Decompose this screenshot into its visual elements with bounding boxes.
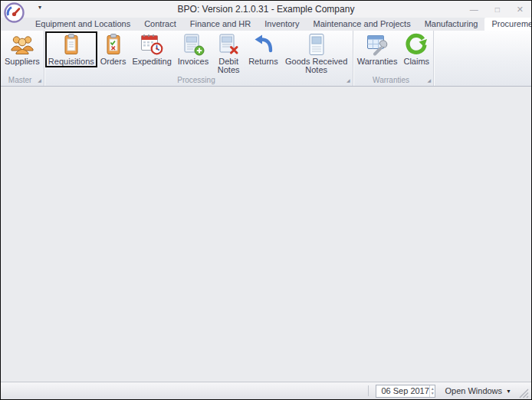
claims-button[interactable]: Claims xyxy=(400,31,432,67)
date-field[interactable]: 06 Sep 2017 ▲ ▼ xyxy=(376,385,435,398)
ribbon-button-label: Expediting xyxy=(132,57,171,66)
tab-manufacturing[interactable]: Manufacturing xyxy=(418,18,485,31)
orders-icon xyxy=(101,33,126,56)
ribbon-button-label: Returns xyxy=(248,57,278,66)
tab-finance-and-hr[interactable]: Finance and HR xyxy=(183,18,258,31)
date-value[interactable]: 06 Sep 2017 xyxy=(376,386,429,395)
open-windows-label: Open Windows xyxy=(445,386,502,395)
ribbon-button-label: Claims xyxy=(403,57,429,66)
ribbon-group-warranties: Warranties Claims Warranties ◢ xyxy=(353,31,434,86)
dialog-launcher-icon[interactable]: ◢ xyxy=(346,77,350,83)
expediting-button[interactable]: Expediting xyxy=(129,31,174,67)
title-bar: ▾ BPO: Version 2.1.0.31 - Example Compan… xyxy=(1,1,531,18)
requisitions-button[interactable]: Requisitions xyxy=(45,31,97,67)
tab-equipment-and-locations[interactable]: Equipment and Locations xyxy=(28,18,137,31)
window-title: BPO: Version 2.1.0.31 - Example Company xyxy=(1,4,531,15)
debit-notes-icon xyxy=(216,33,241,56)
suppliers-button[interactable]: Suppliers xyxy=(2,31,43,67)
ribbon-group-master: Suppliers Master ◢ xyxy=(1,31,44,86)
app-logo-icon[interactable] xyxy=(4,2,25,23)
resize-grip[interactable] xyxy=(519,388,529,398)
ribbon-button-label: Suppliers xyxy=(5,57,40,66)
tab-maintenance-and-projects[interactable]: Maintenance and Projects xyxy=(306,18,417,31)
open-windows-dropdown[interactable]: Open Windows ▼ xyxy=(445,386,511,395)
warranties-button[interactable]: Warranties xyxy=(354,31,401,67)
ribbon-group-title: Warranties xyxy=(358,76,425,84)
ribbon-button-label: Orders xyxy=(100,57,126,66)
ribbon-group-footer: Warranties ◢ xyxy=(353,75,433,86)
ribbon-empty-area xyxy=(434,31,531,86)
ribbon-group-footer: Processing ◢ xyxy=(44,75,353,86)
status-bar: 06 Sep 2017 ▲ ▼ Open Windows ▼ xyxy=(1,382,531,399)
chevron-down-icon: ▼ xyxy=(506,389,511,394)
claims-icon xyxy=(404,33,429,56)
orders-button[interactable]: Orders xyxy=(97,31,130,67)
ribbon-tab-bar: Equipment and Locations Contract Finance… xyxy=(1,18,531,31)
ribbon-button-label: Goods Received Notes xyxy=(284,57,349,74)
suppliers-icon xyxy=(10,33,34,56)
window-controls: — □ ✕ xyxy=(470,1,524,18)
ribbon-group-title: Processing xyxy=(49,76,343,84)
goods-received-notes-icon xyxy=(304,33,329,56)
ribbon-button-label: Warranties xyxy=(357,57,398,66)
tab-inventory[interactable]: Inventory xyxy=(258,18,306,31)
debit-notes-button[interactable]: Debit Notes xyxy=(212,31,245,75)
date-spinner[interactable]: ▲ ▼ xyxy=(429,385,435,397)
invoices-button[interactable]: Invoices xyxy=(175,31,212,67)
invoices-icon xyxy=(181,33,205,56)
dialog-launcher-icon[interactable]: ◢ xyxy=(427,77,431,83)
expediting-icon xyxy=(140,33,164,56)
ribbon: Suppliers Master ◢ xyxy=(1,31,531,87)
requisitions-icon xyxy=(59,33,84,56)
main-content-area xyxy=(1,87,531,382)
dialog-launcher-icon[interactable]: ◢ xyxy=(38,77,41,83)
ribbon-group-footer: Master ◢ xyxy=(1,75,44,86)
spinner-down-icon[interactable]: ▼ xyxy=(431,391,435,395)
tab-contract[interactable]: Contract xyxy=(137,18,183,31)
maximize-button[interactable]: □ xyxy=(495,5,500,14)
returns-button[interactable]: Returns xyxy=(245,31,281,67)
application-window: ▾ BPO: Version 2.1.0.31 - Example Compan… xyxy=(0,0,532,400)
tab-procurement[interactable]: Procurement xyxy=(484,18,532,31)
ribbon-button-label: Debit Notes xyxy=(215,57,242,74)
minimize-button[interactable]: — xyxy=(470,5,478,14)
returns-icon xyxy=(251,33,275,56)
statusbar-separator xyxy=(368,385,369,396)
ribbon-button-label: Requisitions xyxy=(48,57,94,66)
ribbon-button-label: Invoices xyxy=(178,57,209,66)
close-button[interactable]: ✕ xyxy=(517,5,524,14)
ribbon-group-processing: Requisitions Orders xyxy=(44,31,353,86)
goods-received-notes-button[interactable]: Goods Received Notes xyxy=(281,31,352,75)
ribbon-group-title: Master xyxy=(5,76,34,84)
warranties-icon xyxy=(365,33,389,56)
